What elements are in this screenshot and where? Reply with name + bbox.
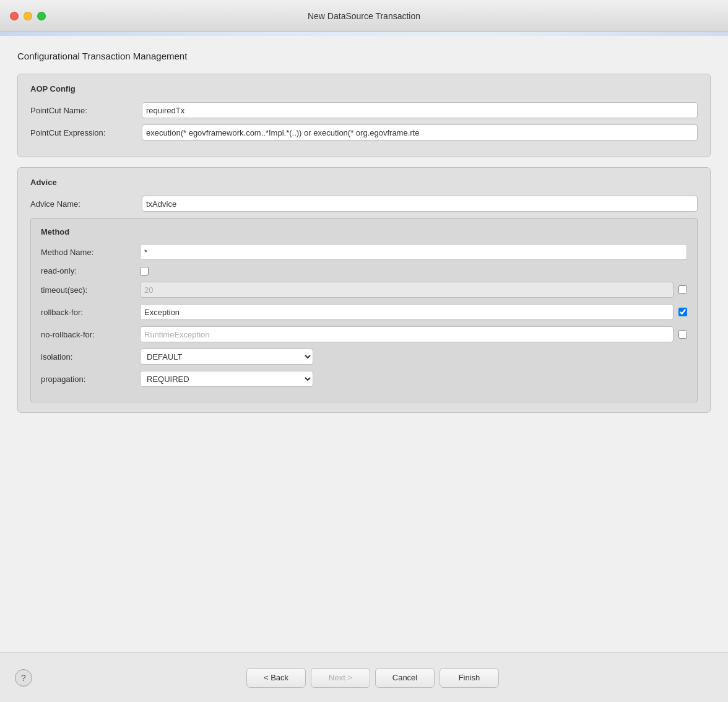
no-rollback-input-group [140, 326, 687, 342]
readonly-checkbox[interactable] [140, 267, 149, 275]
aop-config-section: AOP Config PointCut Name: PointCut Expre… [17, 74, 711, 157]
pointcut-expression-input[interactable] [142, 124, 698, 141]
readonly-row: read-only: [41, 266, 687, 275]
method-name-input[interactable] [140, 244, 687, 260]
cancel-button[interactable]: Cancel [375, 668, 435, 688]
next-button[interactable]: Next > [311, 668, 370, 688]
pointcut-name-row: PointCut Name: [30, 102, 698, 118]
footer-left: ? [15, 669, 32, 687]
rollback-input[interactable] [140, 304, 674, 320]
timeout-input[interactable] [140, 282, 674, 298]
help-button[interactable]: ? [15, 669, 32, 687]
window-controls [10, 12, 46, 20]
main-content: Configurational Transaction Management A… [0, 36, 728, 652]
timeout-input-group [140, 282, 687, 298]
advice-name-row: Advice Name: [30, 196, 698, 212]
propagation-row: propagation: REQUIRED REQUIRES_NEW MANDA… [41, 371, 687, 387]
page-title: Configurational Transaction Management [17, 51, 711, 61]
no-rollback-checkbox[interactable] [678, 330, 687, 339]
no-rollback-label: no-rollback-for: [41, 330, 140, 339]
timeout-label: timeout(sec): [41, 285, 140, 295]
rollback-label: rollback-for: [41, 308, 140, 317]
pointcut-name-label: PointCut Name: [30, 106, 142, 115]
pointcut-expression-label: PointCut Expression: [30, 128, 142, 137]
close-button[interactable] [10, 12, 19, 20]
rollback-row: rollback-for: [41, 304, 687, 320]
advice-name-label: Advice Name: [30, 199, 142, 209]
maximize-button[interactable] [37, 12, 46, 20]
readonly-checkbox-wrapper [140, 267, 149, 275]
timeout-row: timeout(sec): [41, 282, 687, 298]
advice-name-input[interactable] [142, 196, 698, 212]
footer-buttons: < Back Next > Cancel Finish [32, 668, 713, 688]
method-title: Method [41, 227, 687, 236]
readonly-label: read-only: [41, 266, 140, 275]
pointcut-expression-row: PointCut Expression: [30, 124, 698, 141]
finish-button[interactable]: Finish [440, 668, 499, 688]
method-name-row: Method Name: [41, 244, 687, 260]
timeout-checkbox[interactable] [678, 285, 687, 294]
back-button[interactable]: < Back [246, 668, 306, 688]
pointcut-name-input[interactable] [142, 102, 698, 118]
propagation-select[interactable]: REQUIRED REQUIRES_NEW MANDATORY SUPPORTS… [140, 371, 313, 387]
footer: ? < Back Next > Cancel Finish [0, 652, 728, 702]
minimize-button[interactable] [24, 12, 32, 20]
advice-title: Advice [30, 178, 698, 187]
title-bar: New DataSource Transaction [0, 0, 728, 32]
window-title: New DataSource Transaction [308, 11, 420, 21]
advice-section: Advice Advice Name: Method Method Name: … [17, 167, 711, 413]
method-name-label: Method Name: [41, 248, 140, 257]
isolation-label: isolation: [41, 352, 140, 362]
no-rollback-row: no-rollback-for: [41, 326, 687, 342]
aop-config-title: AOP Config [30, 84, 698, 93]
rollback-input-group [140, 304, 687, 320]
method-box: Method Method Name: read-only: timeout(s… [30, 218, 698, 402]
propagation-label: propagation: [41, 375, 140, 384]
rollback-checkbox[interactable] [678, 308, 687, 316]
isolation-row: isolation: DEFAULT READ_COMMITTED READ_U… [41, 349, 687, 365]
no-rollback-input[interactable] [140, 326, 674, 342]
isolation-select[interactable]: DEFAULT READ_COMMITTED READ_UNCOMMITTED … [140, 349, 313, 365]
